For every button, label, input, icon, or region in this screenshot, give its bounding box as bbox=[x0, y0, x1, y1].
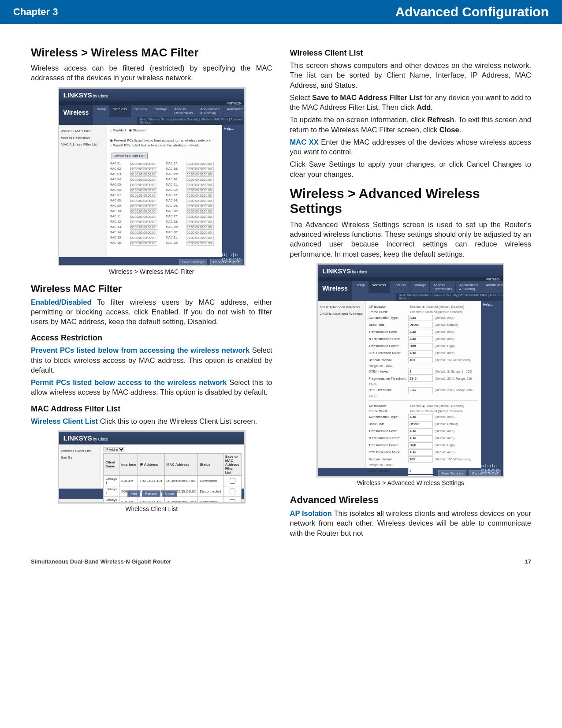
mac-input[interactable] bbox=[130, 241, 157, 246]
router-tab-wireless[interactable]: Wireless bbox=[110, 105, 131, 117]
mac-input[interactable] bbox=[130, 188, 157, 193]
router-tab-storage[interactable]: Storage bbox=[410, 281, 430, 293]
wcl-p2b: Save to MAC Address Filter List bbox=[312, 93, 422, 101]
mac-input[interactable] bbox=[186, 225, 214, 230]
mac-input[interactable] bbox=[130, 204, 157, 209]
adv-setting-input[interactable] bbox=[408, 376, 433, 382]
adv-setting-row: Transmission Power:(Default: High) bbox=[368, 343, 478, 349]
adv-setting-input[interactable] bbox=[408, 369, 433, 375]
mac-input[interactable] bbox=[186, 215, 214, 219]
router-tab-security[interactable]: Security bbox=[131, 105, 151, 117]
enable-row: ○ Enabled ◉ Disabled bbox=[110, 128, 220, 132]
adv-setting-input[interactable] bbox=[408, 442, 433, 448]
wcl-p2d: Add bbox=[417, 103, 431, 111]
adv-setting-label: Basic Rate: bbox=[368, 422, 408, 426]
adv-setting-input[interactable] bbox=[408, 456, 433, 463]
adv-setting-input[interactable] bbox=[408, 329, 433, 335]
adv-setting-input[interactable] bbox=[408, 435, 433, 441]
mac-input[interactable] bbox=[186, 204, 214, 209]
router-tab-security[interactable]: Security bbox=[390, 281, 410, 293]
adv-setting-label: Authentication Type: bbox=[368, 316, 408, 320]
router-tab-administration[interactable]: Administration bbox=[223, 105, 246, 117]
mac-input[interactable] bbox=[130, 236, 157, 240]
adv-setting-input[interactable] bbox=[408, 343, 433, 349]
save-to-list-checkbox[interactable] bbox=[230, 489, 235, 494]
mac-input[interactable] bbox=[186, 178, 214, 182]
help-link[interactable]: Help... bbox=[222, 125, 244, 132]
mac-label: MAC 03: bbox=[110, 172, 127, 177]
mac-input[interactable] bbox=[186, 162, 214, 166]
model-label: WRT610N bbox=[59, 101, 244, 105]
apiso-label: AP Isolation bbox=[290, 509, 332, 517]
mac-label: MAC 17: bbox=[166, 162, 183, 166]
mac-input[interactable] bbox=[130, 194, 157, 198]
mac-label: MAC 30: bbox=[166, 231, 183, 235]
adv-setting-label: DTIM Interval: bbox=[368, 370, 408, 373]
save-to-list-checkbox[interactable] bbox=[230, 499, 235, 504]
help-link-3[interactable]: Help... bbox=[481, 301, 503, 308]
mac-input[interactable] bbox=[130, 220, 157, 224]
mac-input[interactable] bbox=[186, 199, 214, 203]
mac-input[interactable] bbox=[186, 209, 214, 214]
router-tab-storage[interactable]: Storage bbox=[151, 105, 171, 117]
mac-label: MAC 26: bbox=[166, 209, 183, 214]
router-tab-applications-gaming[interactable]: Applications & Gaming bbox=[456, 281, 482, 293]
refresh-button[interactable]: Refresh bbox=[142, 490, 160, 497]
router-tab-access-restrictions[interactable]: Access Restrictions bbox=[171, 105, 197, 117]
mac-input[interactable] bbox=[186, 220, 214, 224]
enabled-label: Enabled bbox=[113, 128, 126, 132]
mac-input[interactable] bbox=[186, 167, 214, 172]
header-title: Advanced Configuration bbox=[395, 4, 549, 19]
mac-input[interactable] bbox=[186, 194, 214, 198]
mac-input[interactable] bbox=[130, 172, 157, 177]
adv-setting-input[interactable] bbox=[408, 449, 433, 455]
adv-setting-input[interactable] bbox=[408, 350, 433, 356]
router-tab-setup[interactable]: Setup bbox=[352, 281, 369, 293]
table-cell: 192.168.1.101 bbox=[138, 475, 164, 486]
mac-input[interactable] bbox=[130, 209, 157, 214]
mac-input[interactable] bbox=[130, 167, 157, 172]
mac-input[interactable] bbox=[186, 172, 214, 177]
save-settings-button[interactable]: Save Settings bbox=[179, 259, 207, 265]
disabled-label: Disabled bbox=[133, 128, 146, 132]
sort-select[interactable]: IP Address bbox=[103, 447, 125, 452]
close-button[interactable]: Close bbox=[162, 490, 177, 497]
mac-input[interactable] bbox=[130, 183, 157, 187]
adv-setting-input[interactable] bbox=[408, 315, 433, 321]
save-to-list-checkbox[interactable] bbox=[230, 478, 235, 484]
adv-setting-label: Transmission Rate: bbox=[368, 429, 408, 433]
save-settings-button-3[interactable]: Save Settings bbox=[438, 470, 466, 477]
brand-by-3: by Cisco bbox=[352, 270, 367, 274]
mac-input[interactable] bbox=[186, 236, 214, 240]
adv-setting-input[interactable] bbox=[408, 468, 433, 474]
wcl-p3: To update the on-screen information, cli… bbox=[290, 115, 532, 134]
adv-setting-input[interactable] bbox=[408, 387, 433, 393]
prevent-paragraph: Prevent PCs listed below from accessing … bbox=[31, 345, 272, 375]
mac-label: MAC 32: bbox=[166, 241, 183, 246]
mac-input[interactable] bbox=[186, 183, 214, 187]
router-tab-setup[interactable]: Setup bbox=[93, 105, 110, 117]
adv-setting-input[interactable] bbox=[408, 414, 433, 420]
mac-label: MAC 28: bbox=[166, 220, 183, 224]
wireless-client-list-button[interactable]: Wireless Client List bbox=[112, 153, 148, 159]
mac-input[interactable] bbox=[130, 162, 157, 166]
adv-setting-input[interactable] bbox=[408, 336, 433, 342]
router-tab-administration[interactable]: Administration bbox=[482, 281, 504, 293]
adv-setting-input[interactable] bbox=[408, 428, 433, 434]
mac-input[interactable] bbox=[130, 199, 157, 203]
mac-input[interactable] bbox=[130, 215, 157, 219]
mac-input[interactable] bbox=[186, 241, 214, 246]
mac-label: MAC 20: bbox=[166, 178, 183, 182]
router-tab-access-restrictions[interactable]: Access Restrictions bbox=[430, 281, 456, 293]
adv-setting-input[interactable] bbox=[408, 322, 433, 328]
adv-setting-input[interactable] bbox=[408, 357, 433, 363]
router-tab-applications-gaming[interactable]: Applications & Gaming bbox=[197, 105, 223, 117]
mac-input[interactable] bbox=[130, 231, 157, 235]
mac-input[interactable] bbox=[186, 231, 214, 235]
mac-input[interactable] bbox=[130, 178, 157, 182]
adv-setting-input[interactable] bbox=[408, 421, 433, 427]
mac-input[interactable] bbox=[130, 225, 157, 230]
mac-input[interactable] bbox=[186, 188, 214, 193]
router-tab-wireless[interactable]: Wireless bbox=[369, 281, 390, 293]
add-button[interactable]: Add bbox=[127, 490, 140, 497]
